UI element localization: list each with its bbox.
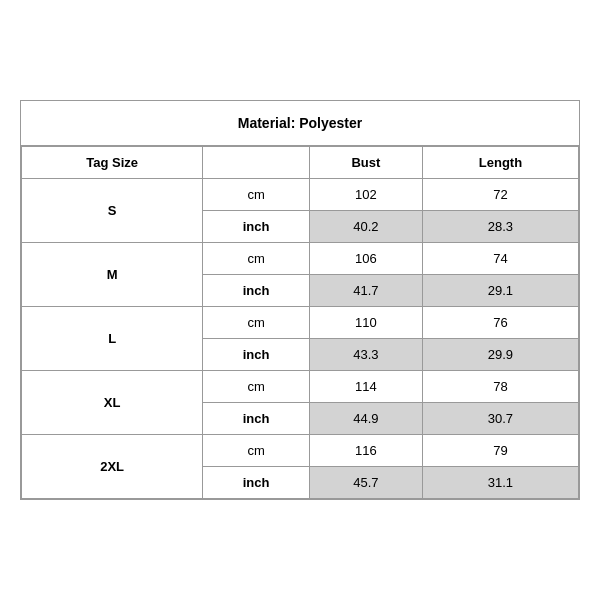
length-cm: 72	[422, 179, 578, 211]
cm-row: Scm10272	[22, 179, 579, 211]
bust-cm: 110	[309, 307, 422, 339]
length-inch: 29.9	[422, 339, 578, 371]
bust-cm: 102	[309, 179, 422, 211]
cm-row: XLcm11478	[22, 371, 579, 403]
length-inch: 30.7	[422, 403, 578, 435]
unit-cm: cm	[203, 435, 310, 467]
bust-inch: 45.7	[309, 467, 422, 499]
tag-size-cell: M	[22, 243, 203, 307]
tag-size-cell: XL	[22, 371, 203, 435]
unit-inch: inch	[203, 211, 310, 243]
tag-size-cell: L	[22, 307, 203, 371]
unit-cm: cm	[203, 371, 310, 403]
unit-cm: cm	[203, 307, 310, 339]
cm-row: Mcm10674	[22, 243, 579, 275]
header-unit-col	[203, 147, 310, 179]
length-cm: 78	[422, 371, 578, 403]
length-cm: 76	[422, 307, 578, 339]
unit-cm: cm	[203, 179, 310, 211]
length-cm: 74	[422, 243, 578, 275]
unit-inch: inch	[203, 467, 310, 499]
header-bust: Bust	[309, 147, 422, 179]
unit-inch: inch	[203, 403, 310, 435]
size-table: Tag Size Bust Length Scm10272inch40.228.…	[21, 146, 579, 499]
size-chart: Material: Polyester Tag Size Bust Length…	[20, 100, 580, 500]
unit-inch: inch	[203, 339, 310, 371]
header-row: Tag Size Bust Length	[22, 147, 579, 179]
cm-row: 2XLcm11679	[22, 435, 579, 467]
bust-cm: 106	[309, 243, 422, 275]
cm-row: Lcm11076	[22, 307, 579, 339]
tag-size-cell: 2XL	[22, 435, 203, 499]
length-inch: 31.1	[422, 467, 578, 499]
bust-cm: 116	[309, 435, 422, 467]
length-cm: 79	[422, 435, 578, 467]
unit-inch: inch	[203, 275, 310, 307]
tag-size-cell: S	[22, 179, 203, 243]
bust-inch: 44.9	[309, 403, 422, 435]
header-tag-size: Tag Size	[22, 147, 203, 179]
chart-title: Material: Polyester	[21, 101, 579, 146]
bust-cm: 114	[309, 371, 422, 403]
bust-inch: 40.2	[309, 211, 422, 243]
bust-inch: 43.3	[309, 339, 422, 371]
length-inch: 28.3	[422, 211, 578, 243]
unit-cm: cm	[203, 243, 310, 275]
length-inch: 29.1	[422, 275, 578, 307]
header-length: Length	[422, 147, 578, 179]
bust-inch: 41.7	[309, 275, 422, 307]
